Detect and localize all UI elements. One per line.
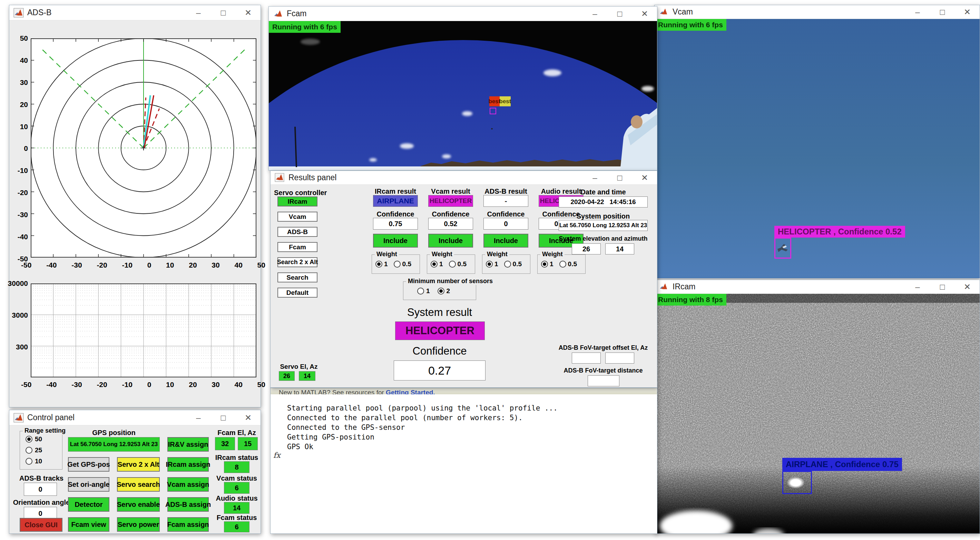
get-gps-pos-button[interactable]: Get GPS-pos <box>68 457 110 472</box>
system-result-value: HELICOPTER <box>395 322 485 340</box>
fov-distance-field[interactable] <box>588 375 619 386</box>
vcam-include-button[interactable]: Include <box>428 234 473 248</box>
set-ori-angle-button[interactable]: Set ori-angle <box>68 477 110 492</box>
close-icon[interactable]: ✕ <box>632 6 657 21</box>
servo-source-vcam-button[interactable]: Vcam <box>277 212 317 221</box>
search-button[interactable]: Search <box>277 272 317 282</box>
range-option-25[interactable]: 25 <box>25 446 42 454</box>
minimize-icon[interactable]: – <box>905 5 930 19</box>
matlab-icon <box>13 8 24 18</box>
servo-source-adsb-button[interactable]: ADS-B <box>277 227 317 237</box>
maximize-icon[interactable]: □ <box>607 6 632 21</box>
radio-icon[interactable] <box>417 288 424 295</box>
radio-icon[interactable] <box>504 261 511 268</box>
servo-power-button[interactable]: Servo power <box>117 517 160 532</box>
range-option-10[interactable]: 10 <box>25 457 42 465</box>
ircam-detection-label: AIRPLANE , Confidence 0.75 <box>782 458 902 471</box>
servo-enable-button[interactable]: Servo enable <box>117 497 160 512</box>
fov-offset-el-field[interactable] <box>572 352 601 363</box>
close-icon[interactable]: ✕ <box>236 5 261 20</box>
tick-label: -40 <box>46 381 57 388</box>
weight-1-label: 1 <box>384 260 388 268</box>
maximize-icon[interactable]: □ <box>607 171 632 184</box>
search-2x-alt-button[interactable]: Search 2 x Alt <box>277 257 317 267</box>
close-icon[interactable]: ✕ <box>236 410 261 425</box>
fov-distance-label: ADS-B FoV-target distance <box>551 367 655 374</box>
range-option-50[interactable]: 50 <box>25 435 42 443</box>
tick-label: -10 <box>122 261 132 269</box>
minimize-icon[interactable]: – <box>186 410 211 425</box>
fcam-view-button[interactable]: Fcam view <box>68 517 110 532</box>
system-confidence-value: 0.27 <box>394 360 485 381</box>
control-panel-window: Control panel – □ ✕ Range setting 50 25 … <box>9 410 261 534</box>
fcam-target-box <box>490 108 496 114</box>
fov-offset-az-field[interactable] <box>605 352 634 363</box>
adsb-titlebar[interactable]: ADS-B – □ ✕ <box>9 5 261 21</box>
radio-icon[interactable] <box>449 261 456 268</box>
fcam-titlebar[interactable]: Fcam – □ ✕ <box>269 6 657 21</box>
servo-az-field: 14 <box>299 371 315 381</box>
adsb-tracks-field[interactable]: 0 <box>24 483 57 496</box>
tick-label: -20 <box>18 189 28 196</box>
minimize-icon[interactable]: – <box>582 171 607 184</box>
radio-icon[interactable] <box>25 458 32 465</box>
vcam-result-header: Vcam result <box>428 188 473 196</box>
detector-button[interactable]: Detector <box>68 497 110 512</box>
banner-prefix: New to MATLAB? See resources for <box>279 389 386 395</box>
servo-source-ircam-button[interactable]: IRcam <box>277 196 317 207</box>
servo-2x-alt-button[interactable]: Servo 2 x Alt <box>117 457 160 472</box>
ircam-assign-button[interactable]: IRcam assign <box>167 457 209 472</box>
min-1-label: 1 <box>426 287 430 295</box>
default-button[interactable]: Default <box>277 288 317 298</box>
radio-icon[interactable] <box>486 261 493 268</box>
vcam-detection-box <box>774 237 791 259</box>
irv-assign-button[interactable]: IR&V assign <box>167 437 209 452</box>
minimize-icon[interactable]: – <box>582 6 607 21</box>
results-titlebar[interactable]: Results panel – □ ✕ <box>270 171 657 185</box>
close-icon[interactable]: ✕ <box>632 171 657 184</box>
maximize-icon[interactable]: □ <box>211 5 236 20</box>
command-output-area[interactable]: Starting parallel pool (parpool) using t… <box>270 394 657 534</box>
fx-prompt-icon[interactable]: fx <box>273 451 280 460</box>
fcam-assign-button[interactable]: Fcam assign <box>167 517 209 532</box>
radio-icon[interactable] <box>25 436 32 443</box>
tick-label: -10 <box>18 167 28 174</box>
servo-source-fcam-button[interactable]: Fcam <box>277 242 317 252</box>
ircam-detection-box <box>782 471 812 494</box>
radio-icon[interactable] <box>394 261 401 268</box>
vcam-titlebar[interactable]: Vcam – □ ✕ <box>655 5 980 19</box>
tick-label: 20 <box>189 381 197 388</box>
matlab-icon <box>273 9 283 19</box>
radio-icon[interactable] <box>25 447 32 454</box>
tick-label: 10 <box>20 123 28 130</box>
close-gui-button[interactable]: Close GUI <box>20 518 62 532</box>
close-icon[interactable]: ✕ <box>955 280 980 293</box>
maximize-icon[interactable]: □ <box>930 280 955 293</box>
radio-icon[interactable] <box>431 261 438 268</box>
ircam-hot-target-blob <box>787 477 805 489</box>
radio-icon[interactable] <box>375 261 382 268</box>
radio-icon[interactable] <box>559 261 566 268</box>
vcam-assign-button[interactable]: Vcam assign <box>167 477 209 492</box>
window-title: Results panel <box>288 173 336 182</box>
getting-started-link[interactable]: Getting Started. <box>386 389 435 395</box>
radio-icon[interactable] <box>541 261 548 268</box>
window-title: Fcam <box>287 9 307 18</box>
fcam-elaz-label: Fcam El, Az <box>213 429 260 437</box>
minimize-icon[interactable]: – <box>905 280 930 293</box>
adsb-assign-button[interactable]: ADS-B assign <box>167 497 209 512</box>
audio-status-field: 14 <box>224 502 250 514</box>
radio-icon[interactable] <box>438 288 444 295</box>
ircam-video-art <box>655 294 980 534</box>
tick-label: 20 <box>189 261 197 269</box>
minimize-icon[interactable]: – <box>186 5 211 20</box>
maximize-icon[interactable]: □ <box>930 5 955 19</box>
servo-search-button[interactable]: Servo search <box>117 477 160 492</box>
control-titlebar[interactable]: Control panel – □ ✕ <box>9 410 261 425</box>
maximize-icon[interactable]: □ <box>211 410 236 425</box>
ircam-include-button[interactable]: Include <box>373 234 418 248</box>
close-icon[interactable]: ✕ <box>955 5 980 19</box>
ircam-titlebar[interactable]: IRcam – □ ✕ <box>655 280 980 294</box>
adsb-include-button[interactable]: Include <box>484 234 528 248</box>
range-setting-group: Range setting 50 25 10 <box>20 431 62 470</box>
